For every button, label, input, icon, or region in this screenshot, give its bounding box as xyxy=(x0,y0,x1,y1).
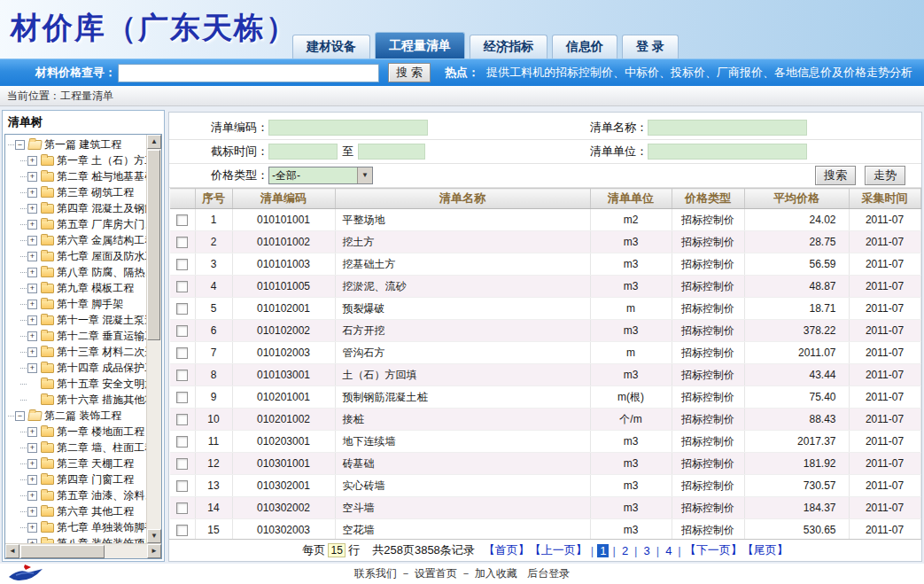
page-first-link[interactable]: 【首页】 xyxy=(484,542,530,558)
tree-item[interactable]: 第十六章 措施其他项 xyxy=(8,392,146,408)
row-checkbox[interactable] xyxy=(176,414,188,425)
row-checkbox[interactable] xyxy=(176,325,188,337)
date-to-input[interactable] xyxy=(358,144,425,160)
scroll-right-icon[interactable]: ► xyxy=(147,544,161,558)
vertical-scroll-thumb[interactable] xyxy=(147,150,160,340)
footer-link[interactable]: 联系我们 xyxy=(354,567,397,580)
tab-info-price[interactable]: 信息价 xyxy=(552,35,617,58)
price-type-select[interactable]: -全部- ▼ xyxy=(268,167,373,184)
row-checkbox[interactable] xyxy=(176,502,188,514)
row-checkbox[interactable] xyxy=(176,281,188,292)
tree-item[interactable]: +第七章 屋面及防水工 xyxy=(8,248,146,264)
search-button[interactable]: 搜 索 xyxy=(388,63,431,82)
page-next-link[interactable]: 【下一页】 xyxy=(685,542,742,558)
trend-button[interactable]: 走势 xyxy=(865,166,905,185)
date-from-input[interactable] xyxy=(268,144,338,160)
expand-icon[interactable]: + xyxy=(27,252,37,261)
tree-vertical-scrollbar[interactable]: ▲ ▼ xyxy=(146,135,161,543)
tree-item[interactable]: +第十三章 材料二次运 xyxy=(8,344,146,360)
tree-item[interactable]: +第一章 楼地面工程 xyxy=(8,424,146,440)
expand-icon[interactable]: + xyxy=(27,347,37,357)
expand-icon[interactable]: + xyxy=(27,268,37,277)
tree-item[interactable]: −第二篇 装饰工程 xyxy=(8,408,146,424)
expand-icon[interactable]: + xyxy=(27,427,37,437)
expand-icon[interactable]: + xyxy=(27,204,37,214)
tree-item[interactable]: +第五章 厂库房大门、 xyxy=(8,216,146,232)
tree-item[interactable]: +第十二章 垂直运输工 xyxy=(8,328,146,344)
page-1-link[interactable]: 1 xyxy=(597,544,609,557)
tree-item[interactable]: +第八章 防腐、隔热、 xyxy=(8,264,146,280)
tree-item[interactable]: +第二章 桩与地基基础 xyxy=(8,168,146,184)
footer-link[interactable]: 加入收藏 xyxy=(475,567,517,580)
expand-icon[interactable]: + xyxy=(27,156,37,166)
expand-icon[interactable]: + xyxy=(27,459,37,469)
row-checkbox[interactable] xyxy=(176,392,188,403)
expand-icon[interactable]: + xyxy=(27,475,37,485)
tree-item[interactable]: +第六章 金属结构工程 xyxy=(8,232,146,248)
tree-item[interactable]: +第十一章 混凝土泵送 xyxy=(8,312,146,328)
tree-item[interactable]: +第十章 脚手架 xyxy=(8,296,146,312)
expand-icon[interactable]: + xyxy=(27,220,37,230)
tree-item[interactable]: +第四章 门窗工程 xyxy=(8,471,146,487)
tab-login[interactable]: 登 录 xyxy=(622,35,679,58)
page-2-link[interactable]: 2 xyxy=(619,544,631,557)
tree-item[interactable]: 第十五章 安全文明施 xyxy=(8,376,146,392)
expand-icon[interactable]: + xyxy=(27,443,37,453)
scroll-down-icon[interactable]: ▼ xyxy=(147,529,161,543)
expand-icon[interactable]: + xyxy=(27,523,37,533)
tree-horizontal-scrollbar[interactable]: ◄ ► xyxy=(5,543,161,558)
per-page-input[interactable]: 15 xyxy=(328,543,346,557)
tab-building-materials[interactable]: 建材设备 xyxy=(292,35,370,58)
tree-item[interactable]: +第九章 模板工程 xyxy=(8,280,146,296)
list-name-input[interactable] xyxy=(648,120,807,136)
row-checkbox[interactable] xyxy=(176,259,188,270)
tree-item[interactable]: −第一篇 建筑工程 xyxy=(8,136,146,152)
tree-item[interactable]: +第六章 其他工程 xyxy=(8,503,146,519)
row-checkbox[interactable] xyxy=(176,303,188,315)
tree-item[interactable]: +第四章 混凝土及钢筋 xyxy=(8,200,146,216)
form-search-button[interactable]: 搜索 xyxy=(815,166,856,185)
expand-icon[interactable]: + xyxy=(27,363,37,373)
page-3-link[interactable]: 3 xyxy=(641,544,653,557)
expand-icon[interactable]: + xyxy=(27,491,37,501)
tree-item[interactable]: +第十四章 成品保护工 xyxy=(8,360,146,376)
footer-link[interactable]: 后台登录 xyxy=(527,567,570,580)
search-input[interactable] xyxy=(118,64,379,82)
row-checkbox[interactable] xyxy=(176,436,188,448)
expand-icon[interactable]: + xyxy=(27,188,37,198)
expand-icon[interactable]: + xyxy=(27,284,37,293)
expand-icon[interactable]: + xyxy=(27,172,37,182)
scroll-left-icon[interactable]: ◄ xyxy=(5,544,19,558)
row-checkbox[interactable] xyxy=(176,237,188,248)
tab-boq[interactable]: 工程量清单 xyxy=(375,32,465,58)
tree-item[interactable]: +第二章 墙、柱面工程 xyxy=(8,440,146,456)
scroll-up-icon[interactable]: ▲ xyxy=(147,135,161,149)
list-unit-input[interactable] xyxy=(648,144,807,160)
tree-item[interactable]: +第一章 土（石）方工 xyxy=(8,152,146,168)
tree-item[interactable]: +第三章 砌筑工程 xyxy=(8,184,146,200)
expand-icon[interactable]: + xyxy=(27,315,37,325)
horizontal-scroll-thumb[interactable] xyxy=(20,545,105,558)
row-checkbox[interactable] xyxy=(176,214,188,226)
tab-economic-index[interactable]: 经济指标 xyxy=(470,35,547,58)
tree-item[interactable]: +第五章 油漆、涂料、 xyxy=(8,487,146,503)
footer-link[interactable]: 设置首页 xyxy=(415,567,457,580)
expand-icon[interactable]: + xyxy=(27,236,37,245)
collapse-icon[interactable]: − xyxy=(15,140,25,150)
row-checkbox[interactable] xyxy=(176,370,188,381)
row-checkbox[interactable] xyxy=(176,458,188,470)
page-last-link[interactable]: 【尾页】 xyxy=(742,542,788,558)
tree-item[interactable]: +第八章 装饰装饰项目 xyxy=(8,535,146,543)
row-checkbox[interactable] xyxy=(176,525,188,536)
chevron-down-icon[interactable]: ▼ xyxy=(357,167,372,183)
page-prev-link[interactable]: 【上一页】 xyxy=(530,542,587,558)
row-checkbox[interactable] xyxy=(176,480,188,492)
tree-item[interactable]: +第三章 天棚工程 xyxy=(8,456,146,471)
row-checkbox[interactable] xyxy=(176,347,188,359)
page-4-link[interactable]: 4 xyxy=(663,544,674,557)
expand-icon[interactable]: + xyxy=(27,507,37,517)
collapse-icon[interactable]: − xyxy=(15,411,25,421)
expand-icon[interactable]: + xyxy=(27,300,37,309)
expand-icon[interactable]: + xyxy=(27,331,37,341)
tree-item[interactable]: +第七章 单独装饰脚手 xyxy=(8,519,146,535)
